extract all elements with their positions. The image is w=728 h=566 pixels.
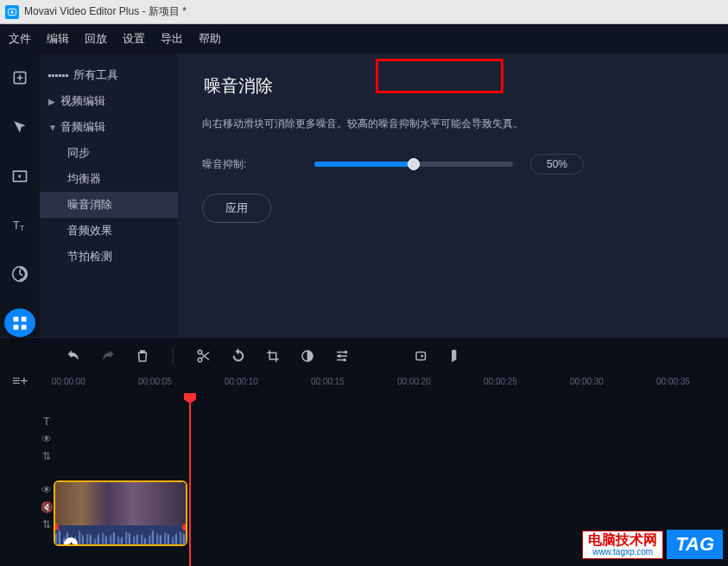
- ruler-tick: 00:00:10: [225, 377, 258, 386]
- tree-sync[interactable]: 同步: [40, 140, 178, 166]
- timeline-clip[interactable]: ★: [54, 480, 187, 546]
- tree-beat-detect[interactable]: 节拍检测: [40, 244, 178, 270]
- menu-bar: 文件 编辑 回放 设置 导出 帮助: [0, 24, 728, 54]
- tree-audio-edit[interactable]: ▼ 音频编辑: [40, 114, 178, 140]
- ruler-tick: 00:00:20: [397, 377, 431, 386]
- ruler-tick: 00:00:05: [138, 377, 172, 386]
- link-toggle[interactable]: ⇅: [42, 450, 51, 462]
- chevron-right-icon: ▶: [48, 97, 55, 106]
- tool-rail: TT: [0, 54, 40, 337]
- tree-label: 视频编辑: [60, 93, 105, 109]
- watermark-line1: 电脑技术网: [588, 533, 657, 547]
- tree-equalizer[interactable]: 均衡器: [40, 166, 178, 192]
- menu-edit[interactable]: 编辑: [47, 31, 69, 47]
- svg-rect-6: [14, 316, 19, 321]
- tree-video-edit[interactable]: ▶ 视频编辑: [40, 88, 178, 114]
- rail-add-media-icon[interactable]: [4, 64, 35, 92]
- rail-stickers-icon[interactable]: [4, 260, 35, 289]
- timeline-ruler[interactable]: 00:00:00 00:00:05 00:00:10 00:00:15 00:0…: [52, 373, 728, 394]
- window-titlebar: Movavi Video Editor Plus - 新项目 *: [0, 0, 728, 24]
- apply-button[interactable]: 应用: [202, 194, 271, 223]
- svg-rect-9: [22, 324, 27, 329]
- noise-suppression-row: 噪音抑制: 50%: [202, 154, 704, 175]
- main-area: TT 所有工具 ▶ 视频编辑 ▼ 音频编辑 同步 均衡器 噪音消除 音频效果 节…: [0, 54, 728, 337]
- separator: [173, 347, 174, 366]
- rail-transitions-icon[interactable]: [4, 162, 35, 190]
- tree-noise-removal[interactable]: 噪音消除: [40, 192, 178, 218]
- ruler-tick: 00:00:00: [52, 377, 85, 386]
- marker-button[interactable]: [448, 348, 464, 364]
- slider-value-display: 50%: [530, 154, 584, 175]
- tree-all-tools[interactable]: 所有工具: [40, 62, 178, 88]
- noise-suppression-slider[interactable]: [314, 162, 513, 167]
- svg-rect-8: [14, 324, 19, 329]
- svg-point-14: [339, 354, 341, 357]
- tree-label: 节拍检测: [67, 249, 112, 264]
- clip-effects-star-icon[interactable]: ★: [64, 537, 78, 546]
- playhead[interactable]: [189, 394, 191, 566]
- rail-filters-icon[interactable]: [4, 113, 35, 142]
- color-adjust-button[interactable]: [300, 348, 315, 364]
- visibility-toggle[interactable]: 👁: [41, 433, 52, 445]
- slider-thumb[interactable]: [408, 158, 420, 170]
- slider-fill: [314, 162, 414, 167]
- crop-button[interactable]: [265, 348, 281, 364]
- visibility-toggle[interactable]: 👁: [41, 484, 52, 496]
- tree-label: 音频编辑: [60, 119, 105, 135]
- rail-titles-icon[interactable]: TT: [4, 211, 35, 239]
- clip-video-thumbnail: [55, 482, 186, 525]
- svg-rect-7: [22, 316, 27, 321]
- menu-export[interactable]: 导出: [161, 31, 183, 47]
- menu-file[interactable]: 文件: [9, 31, 31, 47]
- svg-point-15: [344, 359, 346, 361]
- watermark-text: 电脑技术网 www.tagxp.com: [582, 531, 663, 559]
- svg-text:T: T: [20, 224, 24, 232]
- menu-playback[interactable]: 回放: [85, 31, 107, 47]
- chevron-down-icon: ▼: [48, 123, 55, 132]
- watermark-line2: www.tagxp.com: [588, 547, 657, 556]
- rail-more-tools-icon[interactable]: [4, 308, 35, 337]
- svg-point-13: [345, 351, 347, 353]
- watermark-tag: TAG: [667, 530, 723, 559]
- tools-sidebar: 所有工具 ▶ 视频编辑 ▼ 音频编辑 同步 均衡器 噪音消除 音频效果 节拍检测: [40, 54, 178, 337]
- link-toggle[interactable]: ⇅: [42, 518, 51, 531]
- menu-settings[interactable]: 设置: [123, 31, 145, 47]
- ruler-tick: 00:00:35: [656, 377, 690, 386]
- svg-text:T: T: [13, 219, 20, 232]
- ruler-tick: 00:00:30: [570, 377, 604, 386]
- slider-label: 噪音抑制:: [202, 157, 297, 172]
- add-track-button[interactable]: ≡+: [12, 373, 28, 389]
- grid-icon: [48, 74, 68, 77]
- text-track-icon: T: [43, 415, 50, 428]
- tree-label: 所有工具: [73, 67, 118, 83]
- clip-handle-right[interactable]: [182, 524, 187, 531]
- tool-panel: 噪音消除 向右移动滑块可消除更多噪音。较高的噪音抑制水平可能会导致失真。 噪音抑…: [178, 54, 728, 337]
- undo-button[interactable]: [66, 348, 81, 364]
- tree-label: 均衡器: [67, 171, 101, 187]
- record-button[interactable]: [414, 348, 429, 364]
- app-icon: [5, 5, 19, 19]
- mute-toggle[interactable]: 🔇: [41, 501, 54, 513]
- ruler-tick: 00:00:25: [484, 377, 517, 386]
- split-button[interactable]: [196, 348, 212, 364]
- timeline-toolbar: [0, 337, 728, 373]
- track-controls-text: T 👁 ⇅: [31, 411, 62, 462]
- app-title: Movavi Video Editor Plus - 新项目 *: [24, 4, 187, 19]
- tree-label: 同步: [67, 145, 90, 161]
- panel-description: 向右移动滑块可消除更多噪音。较高的噪音抑制水平可能会导致失真。: [202, 117, 704, 131]
- watermark: 电脑技术网 www.tagxp.com TAG: [582, 530, 723, 559]
- rotate-button[interactable]: [231, 348, 246, 364]
- annotation-highlight: [376, 59, 503, 93]
- clip-properties-button[interactable]: [334, 348, 350, 364]
- panel-title: 噪音消除: [202, 71, 288, 101]
- redo-button[interactable]: [100, 348, 116, 364]
- ruler-tick: 00:00:15: [311, 377, 345, 386]
- svg-point-1: [11, 10, 14, 13]
- tree-label: 音频效果: [67, 223, 112, 238]
- delete-button[interactable]: [135, 348, 150, 364]
- tree-audio-effects[interactable]: 音频效果: [40, 218, 178, 244]
- menu-help[interactable]: 帮助: [199, 31, 221, 47]
- tree-label: 噪音消除: [67, 197, 112, 213]
